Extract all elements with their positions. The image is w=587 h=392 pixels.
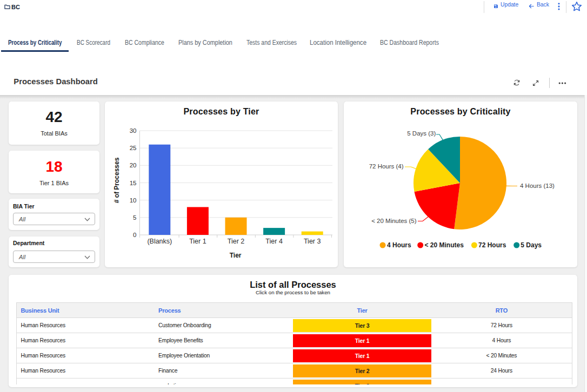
svg-text:20: 20 — [130, 162, 137, 168]
svg-text:0: 0 — [133, 232, 136, 238]
svg-text:25: 25 — [130, 145, 137, 151]
svg-text:30: 30 — [130, 127, 137, 134]
svg-text:< 20 Minutes (5): < 20 Minutes (5) — [371, 218, 417, 224]
svg-text:4 Hours (13): 4 Hours (13) — [520, 183, 555, 189]
svg-text:Tier 3: Tier 3 — [304, 238, 321, 245]
svg-text:(Blanks): (Blanks) — [147, 238, 172, 245]
svg-text:# of Processes: # of Processes — [113, 157, 121, 203]
svg-text:5 Days: 5 Days — [521, 241, 542, 249]
svg-text:5 Days (3): 5 Days (3) — [407, 130, 436, 137]
svg-text:< 20 Minutes: < 20 Minutes — [425, 241, 464, 249]
svg-text:Tier 2: Tier 2 — [228, 238, 245, 245]
svg-text:72 Hours: 72 Hours — [478, 241, 506, 249]
svg-text:72 Hours (4): 72 Hours (4) — [369, 163, 404, 170]
svg-text:Tier 1: Tier 1 — [189, 238, 206, 245]
svg-text:Tier: Tier — [230, 252, 242, 259]
svg-text:Processes by Tier: Processes by Tier — [183, 107, 259, 116]
svg-text:10: 10 — [130, 197, 137, 204]
svg-text:4 Hours: 4 Hours — [387, 241, 411, 249]
svg-text:15: 15 — [130, 180, 137, 186]
svg-text:5: 5 — [133, 214, 136, 221]
svg-text:Processes by Criticality: Processes by Criticality — [410, 107, 510, 116]
svg-text:Tier 4: Tier 4 — [265, 238, 283, 245]
